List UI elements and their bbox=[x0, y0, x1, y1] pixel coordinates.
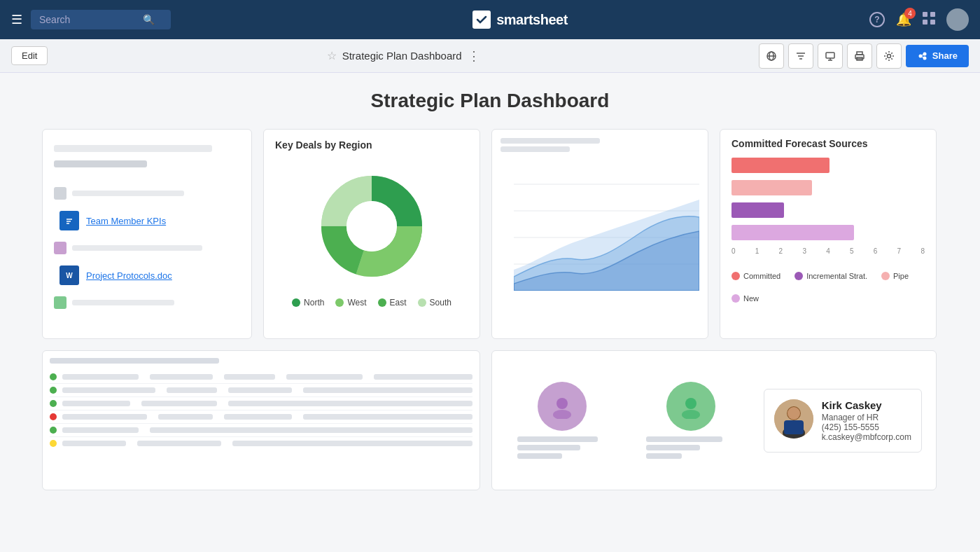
filter-icon[interactable] bbox=[788, 43, 813, 69]
legend-pipe-label: Pipe bbox=[893, 272, 909, 280]
axis-5: 5 bbox=[850, 247, 854, 255]
more-options-icon[interactable]: ⋮ bbox=[468, 48, 480, 64]
help-icon[interactable]: ? bbox=[869, 12, 885, 27]
settings-icon[interactable] bbox=[876, 43, 902, 69]
person-bar bbox=[646, 436, 722, 442]
status-dot-green bbox=[50, 400, 57, 407]
person-1 bbox=[506, 382, 618, 459]
secondary-toolbar: Edit ☆ Strategic Plan Dashboard ⋮ bbox=[0, 39, 980, 73]
print-icon[interactable] bbox=[847, 43, 872, 69]
axis-0: 0 bbox=[732, 247, 736, 255]
contact-phone: (425) 155-5555 bbox=[822, 422, 911, 432]
legend-committed: Committed bbox=[732, 272, 780, 280]
legend-south-label: South bbox=[430, 298, 451, 308]
search-input[interactable] bbox=[39, 14, 137, 25]
donut-chart-panel: Key Deals by Region bbox=[263, 129, 480, 339]
axis-labels: 0 1 2 3 4 5 6 7 8 bbox=[732, 247, 925, 258]
axis-3: 3 bbox=[802, 247, 806, 255]
svg-rect-1 bbox=[930, 12, 935, 17]
table-cell bbox=[303, 414, 472, 420]
app-name: smartsheet bbox=[496, 12, 568, 28]
bar-chart-panel: Committed Forecast Sources bbox=[720, 129, 937, 339]
svg-point-16 bbox=[887, 54, 890, 57]
search-icon: 🔍 bbox=[143, 14, 155, 25]
person-bar bbox=[517, 453, 562, 459]
table-row bbox=[50, 437, 472, 450]
table-cell bbox=[224, 414, 292, 420]
table-cell bbox=[374, 374, 473, 380]
table-cell bbox=[141, 401, 218, 406]
logo-icon bbox=[472, 11, 491, 29]
globe-icon[interactable] bbox=[759, 43, 784, 69]
status-dot-yellow bbox=[50, 440, 57, 447]
table-cell bbox=[62, 387, 155, 393]
nav-actions: ? 🔔 4 bbox=[869, 8, 969, 31]
svg-rect-3 bbox=[930, 20, 935, 25]
axis-2: 2 bbox=[779, 247, 783, 255]
bar-committed bbox=[732, 158, 830, 173]
bar-row-incremental bbox=[732, 202, 925, 218]
table-cell bbox=[62, 401, 130, 406]
team-kpis-link[interactable]: Team Member KPIs bbox=[54, 204, 240, 237]
project-protocols-link[interactable]: W Project Protocols.doc bbox=[54, 258, 240, 292]
table-cell bbox=[158, 414, 214, 420]
svg-point-37 bbox=[556, 398, 568, 409]
area-chart-panel bbox=[491, 129, 708, 339]
bar-chart-area: 0 1 2 3 4 5 6 7 8 bbox=[720, 152, 936, 266]
project-protocols-label[interactable]: Project Protocols.doc bbox=[86, 270, 172, 281]
legend-new-dot bbox=[732, 294, 740, 303]
placeholder-bar bbox=[54, 160, 147, 167]
table-cell bbox=[286, 374, 363, 380]
toolbar-actions: Share bbox=[759, 43, 969, 69]
table-header-placeholder bbox=[50, 358, 219, 364]
team-kpis-label[interactable]: Team Member KPIs bbox=[86, 216, 166, 226]
area-svg bbox=[514, 158, 699, 291]
status-dot-green bbox=[50, 387, 57, 394]
legend-west-label: West bbox=[347, 298, 366, 308]
status-dot-red bbox=[50, 413, 57, 420]
legend-east-label: East bbox=[390, 298, 407, 308]
star-icon[interactable]: ☆ bbox=[327, 49, 337, 62]
axis-1: 1 bbox=[755, 247, 760, 255]
axis-7: 7 bbox=[897, 247, 902, 255]
search-bar[interactable]: 🔍 bbox=[31, 10, 171, 29]
svg-point-18 bbox=[923, 52, 926, 55]
table-row bbox=[50, 424, 472, 437]
table-row bbox=[50, 384, 472, 397]
table-cell bbox=[224, 374, 274, 380]
status-dot-green bbox=[50, 427, 57, 434]
person-2-bars bbox=[646, 436, 736, 459]
share-label: Share bbox=[932, 50, 958, 61]
table-row bbox=[50, 397, 472, 410]
present-icon[interactable] bbox=[818, 43, 843, 69]
share-button[interactable]: Share bbox=[906, 45, 969, 67]
hamburger-icon[interactable]: ☰ bbox=[11, 12, 22, 27]
legend-west-dot bbox=[335, 298, 344, 307]
table-cell bbox=[62, 414, 147, 420]
table-cell bbox=[62, 441, 126, 446]
legend-incremental-dot bbox=[794, 272, 803, 280]
svg-line-21 bbox=[922, 57, 923, 57]
edit-button[interactable]: Edit bbox=[11, 46, 48, 65]
person-bar bbox=[517, 436, 598, 442]
svg-point-38 bbox=[553, 410, 571, 419]
svg-line-20 bbox=[922, 55, 923, 55]
axis-4: 4 bbox=[826, 247, 830, 255]
svg-rect-45 bbox=[784, 420, 804, 434]
bar-new bbox=[732, 225, 854, 240]
grid-icon[interactable] bbox=[923, 12, 935, 28]
table-row bbox=[50, 410, 472, 424]
contact-photo bbox=[774, 399, 813, 439]
svg-point-19 bbox=[923, 56, 926, 60]
people-panel: Kirk Caskey Manager of HR (425) 155-5555… bbox=[491, 350, 937, 490]
area-chart-wrapper bbox=[500, 158, 699, 291]
main-content: Strategic Plan Dashboard bbox=[0, 73, 980, 552]
svg-point-40 bbox=[682, 410, 700, 419]
user-avatar[interactable] bbox=[946, 8, 969, 31]
title-area: ☆ Strategic Plan Dashboard ⋮ bbox=[53, 48, 752, 64]
notification-icon[interactable]: 🔔 4 bbox=[896, 12, 911, 27]
donut-svg bbox=[309, 163, 435, 289]
bar-chart-title: Committed Forecast Sources bbox=[720, 130, 936, 152]
logo-area: smartsheet bbox=[179, 11, 861, 29]
legend-north: North bbox=[292, 298, 324, 308]
